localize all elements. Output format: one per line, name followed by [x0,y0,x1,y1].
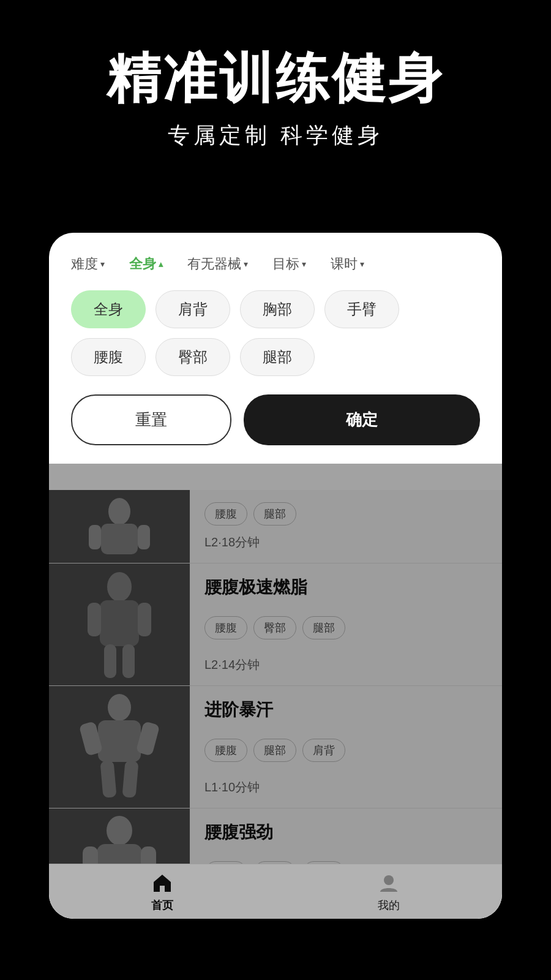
hero-title: 精准训练健身 [0,49,551,108]
body-parts-grid: 全身 肩背 胸部 手臂 腰腹 臀部 腿部 [71,290,480,376]
filter-difficulty-label: 难度 [71,255,98,273]
filter-equipment-arrow: ▾ [244,259,248,269]
filter-body-label: 全身 [129,255,156,273]
filter-duration-label: 课时 [331,255,358,273]
tag-legs[interactable]: 腿部 [240,338,315,376]
tag-arms[interactable]: 手臂 [324,290,399,328]
filter-equipment-label: 有无器械 [187,255,241,273]
filter-bar: 难度 ▾ 全身 ▴ 有无器械 ▾ 目标 ▾ 课时 ▾ [71,255,480,273]
filter-panel: 难度 ▾ 全身 ▴ 有无器械 ▾ 目标 ▾ 课时 ▾ 全身 肩背 [49,233,502,464]
hero-section: 精准训练健身 专属定制 科学健身 [0,0,551,151]
reset-button[interactable]: 重置 [71,394,231,445]
filter-body[interactable]: 全身 ▴ [129,255,163,273]
tag-waist-abdomen[interactable]: 腰腹 [71,338,146,376]
tag-whole-body[interactable]: 全身 [71,290,146,328]
hero-subtitle: 专属定制 科学健身 [0,121,551,151]
filter-duration-arrow: ▾ [360,259,364,269]
filter-duration[interactable]: 课时 ▾ [331,255,364,273]
filter-goal-label: 目标 [272,255,299,273]
tag-shoulders-back[interactable]: 肩背 [156,290,230,328]
filter-equipment[interactable]: 有无器械 ▾ [187,255,248,273]
app-card: 腰腹 腿部 L2·18分钟 [49,233,502,919]
confirm-button[interactable]: 确定 [244,394,480,445]
filter-difficulty-arrow: ▾ [100,259,105,269]
filter-goal[interactable]: 目标 ▾ [272,255,306,273]
filter-difficulty[interactable]: 难度 ▾ [71,255,105,273]
action-buttons: 重置 确定 [71,394,480,445]
tag-glutes[interactable]: 臀部 [156,338,230,376]
filter-body-arrow: ▴ [159,259,163,269]
filter-goal-arrow: ▾ [302,259,306,269]
tag-chest[interactable]: 胸部 [240,290,315,328]
